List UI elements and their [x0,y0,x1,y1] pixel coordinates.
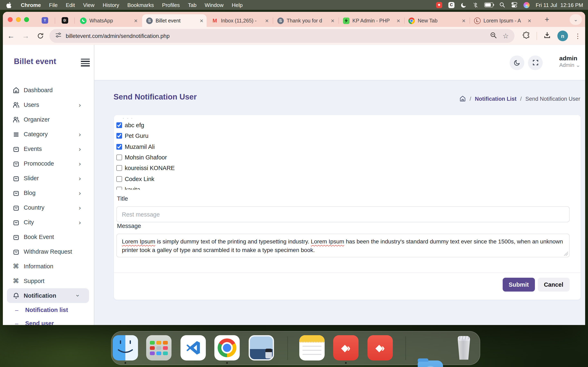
c-app-icon[interactable]: C [448,2,454,8]
submit-button[interactable]: Submit [503,278,535,292]
chrome-dock-icon[interactable] [214,335,240,360]
asterisk-favicon[interactable]: ✲ [61,17,68,24]
menu-bar-clock[interactable]: Fri 11 Jul 12:16 PM [536,2,583,8]
menu-item-file[interactable]: File [45,2,62,8]
dash-bullet: – [15,320,18,325]
sidebar-item-promocode[interactable]: Promocode › [3,156,94,171]
menu-item-tab[interactable]: Tab [184,2,201,8]
menu-item-profiles[interactable]: Profiles [158,2,184,8]
tab-new-tab[interactable]: New Tab × [404,14,469,27]
trash-dock-icon[interactable] [451,335,476,360]
sidebar-subitem-send-user[interactable]: – Send user [3,317,94,325]
tab-search-button[interactable]: ⌄ [570,14,582,25]
menu-item-window[interactable]: Window [201,2,228,8]
menu-item-help[interactable]: Help [228,2,247,8]
tab-close-icon[interactable]: × [527,17,531,24]
tab-close-icon[interactable]: × [397,17,400,24]
user-checkbox-pet-guru[interactable] [116,133,122,139]
control-center-icon[interactable] [511,2,517,8]
reload-button[interactable] [35,31,45,41]
diamond-arrow-app-1-dock-icon[interactable]: ◆› [333,335,359,360]
sidebar-item-organizer[interactable]: Organizer [3,112,94,127]
menu-item-edit[interactable]: Edit [62,2,79,8]
teams-favicon[interactable]: T [42,17,48,24]
downloads-folder-dock-icon[interactable]: ↓ [418,360,443,367]
spotlight-search-icon[interactable] [499,2,505,8]
sidebar-item-category[interactable]: Category › [3,127,94,142]
sidebar-item-events[interactable]: Events › [3,142,94,156]
forward-button[interactable]: → [21,31,31,41]
user-checkbox-koureissi-konare[interactable] [116,165,122,171]
sidebar-item-book-event[interactable]: Book Event [3,230,94,244]
url-text[interactable]: billetevent.com/admin/sendnotification.p… [66,33,486,39]
user-menu[interactable]: admin Admin ⌄ [559,55,580,68]
sidebar-subitem-notification-list[interactable]: – Notification list [3,303,94,317]
tab-thank-you[interactable]: S Thank you for d × [273,14,338,27]
downloads-icon[interactable] [544,31,551,40]
tab-close-icon[interactable]: × [265,17,269,24]
dark-mode-toggle[interactable] [510,55,524,70]
browser-profile-avatar[interactable]: n [557,31,568,41]
apple-menu-icon[interactable] [5,2,13,8]
extensions-icon[interactable] [523,31,530,40]
site-settings-icon[interactable] [55,32,62,40]
home-icon[interactable] [459,95,466,102]
sidebar-item-notification[interactable]: Notification › [7,288,89,303]
menu-item-history[interactable]: History [99,2,123,8]
browser-menu-icon[interactable]: ⋮ [575,32,581,40]
window-close-button[interactable] [8,17,13,22]
sidebar-item-users[interactable]: Users › [3,98,94,112]
new-tab-button[interactable]: + [545,15,549,24]
diamond-app-icon[interactable]: ◆ [436,2,442,8]
menu-item-chrome[interactable]: Chrome [17,2,45,8]
battery-icon[interactable] [484,2,493,7]
notes-dock-icon[interactable] [299,335,325,360]
bookmark-star-icon[interactable]: ☆ [503,33,509,39]
address-bar[interactable]: billetevent.com/admin/sendnotification.p… [49,29,515,43]
zoom-out-icon[interactable] [490,32,497,40]
fullscreen-button[interactable] [528,55,543,70]
sidebar-toggle-icon[interactable] [81,59,90,68]
user-checkbox-codex-link[interactable] [116,176,122,182]
tab-close-icon[interactable]: × [331,17,334,24]
tab-close-icon[interactable]: × [462,17,466,24]
user-checkbox-mohsin-ghafoor[interactable] [116,155,122,160]
finder-dock-icon[interactable] [113,335,138,360]
tab-billet-event[interactable]: S Billet event × [142,14,207,27]
siri-icon[interactable]: ∞ [523,2,530,8]
vscode-dock-icon[interactable] [181,335,206,360]
menu-item-bookmarks[interactable]: Bookmarks [123,2,158,8]
title-input[interactable] [116,206,570,222]
tab-close-icon[interactable]: × [134,17,138,24]
message-textarea[interactable]: Lorem Ipsum is simply dummy text of the … [116,234,570,257]
diamond-arrow-app-2-dock-icon[interactable]: ◆› [367,335,393,360]
back-button[interactable]: ← [6,31,16,41]
sidebar-item-information[interactable]: ⌘ Information [3,259,94,274]
sidebar-item-country[interactable]: Country › [3,200,94,215]
user-checkbox-kavita[interactable] [116,187,122,190]
window-minimize-button[interactable] [16,17,21,22]
sidebar-item-slider[interactable]: Slider › [3,171,94,185]
sidebar-item-dashboard[interactable]: Dashboard [3,83,94,98]
do-not-disturb-moon-icon[interactable] [461,2,467,8]
preview-dock-icon[interactable] [249,335,274,360]
tab-gmail-inbox[interactable]: M Inbox (11,265) - × [208,14,272,27]
tab-whatsapp[interactable]: WhatsApp × [76,14,141,27]
launchpad-dock-icon[interactable] [146,335,172,360]
user-checkbox-muzamil-ali[interactable] [116,144,122,150]
bluetooth-off-icon[interactable] [473,2,478,8]
window-zoom-button[interactable] [24,17,29,22]
menu-item-view[interactable]: View [79,2,99,8]
user-checkbox-abc-efg[interactable] [116,122,122,128]
sidebar-item-withdraw-request[interactable]: Withdraw Request [3,244,94,259]
sidebar-item-support[interactable]: ⌘ Support [3,274,94,288]
app-logo[interactable]: Billet event [14,57,56,66]
breadcrumb-notification-list[interactable]: Notification List [475,96,517,102]
sidebar-item-blog[interactable]: Blog › [3,185,94,200]
tab-close-icon[interactable]: × [200,17,203,24]
sidebar-item-city[interactable]: City › [3,215,94,230]
tab-lorem-ipsum[interactable]: L Lorem Ipsum - A × [470,14,535,27]
textarea-resize-handle[interactable] [564,252,568,256]
tab-kp-admin[interactable]: KP Admin - PHP × [339,14,403,27]
cancel-button[interactable]: Cancel [538,278,570,292]
